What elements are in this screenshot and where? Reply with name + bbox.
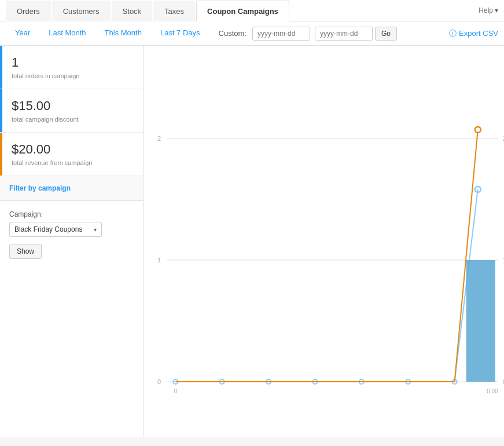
top-nav: Orders Customers Stock Taxes Coupon Camp… <box>0 0 504 21</box>
help-label: Help <box>479 6 493 14</box>
custom-date-to[interactable] <box>315 27 373 41</box>
stat-accent-bar-revenue <box>0 133 2 176</box>
date-tab-last-7-days[interactable]: Last 7 Days <box>151 21 209 45</box>
show-button[interactable]: Show <box>9 244 42 259</box>
sidebar: 1 total orders in campaign $15.00 total … <box>0 46 144 437</box>
svg-text:0.00: 0.00 <box>487 388 498 394</box>
stat-total-orders: 1 total orders in campaign <box>0 46 143 89</box>
help-button[interactable]: Help ▾ <box>479 6 498 14</box>
export-label: Export CSV <box>459 29 498 38</box>
chart-svg: 0 1 2 0.00 10.20 20.40 <box>144 46 504 437</box>
tab-customers[interactable]: Customers <box>52 1 111 21</box>
chevron-down-icon: ▾ <box>495 6 498 14</box>
chart-area: 0 1 2 0.00 10.20 20.40 <box>144 46 504 437</box>
custom-label: Custom: <box>209 22 250 45</box>
stat-orders-value: 1 <box>12 55 131 70</box>
stat-total-revenue: $20.00 total revenue from campaign <box>0 133 143 176</box>
filter-title: Filter by campaign <box>9 184 134 192</box>
tab-coupon-campaigns[interactable]: Coupon Campaigns <box>196 1 289 21</box>
tab-orders[interactable]: Orders <box>6 1 51 21</box>
stat-total-discount: $15.00 total campaign discount <box>0 89 143 133</box>
svg-point-17 <box>475 127 481 133</box>
date-nav: Year Last Month This Month Last 7 Days C… <box>0 21 504 46</box>
tab-stock[interactable]: Stock <box>112 1 153 21</box>
campaign-select[interactable]: Black Friday Coupons ▾ <box>9 222 102 237</box>
svg-text:0: 0 <box>174 388 177 394</box>
tab-taxes[interactable]: Taxes <box>153 1 195 21</box>
custom-date-from[interactable] <box>252 27 310 41</box>
stat-accent-bar-discount <box>0 89 2 132</box>
info-icon: ⓘ <box>449 28 457 39</box>
svg-text:1: 1 <box>157 257 161 264</box>
campaign-select-value: Black Friday Coupons <box>14 225 82 233</box>
filter-section: Filter by campaign <box>0 176 143 201</box>
stat-discount-label: total campaign discount <box>12 116 131 123</box>
campaign-field-label: Campaign: <box>9 210 134 218</box>
svg-text:0: 0 <box>157 378 161 385</box>
stat-revenue-value: $20.00 <box>12 142 131 157</box>
export-csv-button[interactable]: ⓘ Export CSV <box>449 28 498 39</box>
svg-text:2: 2 <box>157 135 161 142</box>
stat-orders-label: total orders in campaign <box>12 72 131 79</box>
filter-body: Campaign: Black Friday Coupons ▾ Show <box>0 201 143 268</box>
svg-rect-18 <box>466 260 495 382</box>
stat-revenue-label: total revenue from campaign <box>12 159 131 166</box>
go-button[interactable]: Go <box>375 27 397 41</box>
date-tab-last-month[interactable]: Last Month <box>39 21 95 45</box>
main-content: 1 total orders in campaign $15.00 total … <box>0 46 504 437</box>
date-tab-year[interactable]: Year <box>6 21 39 45</box>
stat-discount-value: $15.00 <box>12 98 131 114</box>
stat-accent-bar-orders <box>0 46 2 89</box>
date-tab-this-month[interactable]: This Month <box>95 21 151 45</box>
chevron-down-icon: ▾ <box>94 226 97 233</box>
